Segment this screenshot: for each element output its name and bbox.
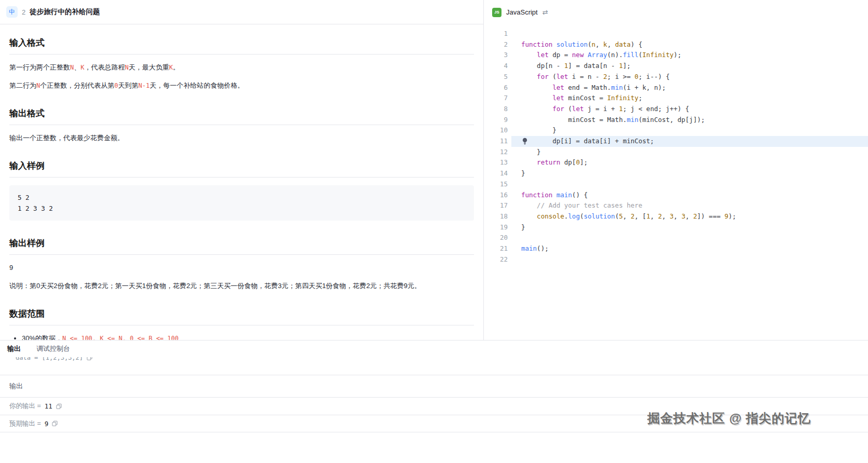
code-token: console <box>537 212 564 220</box>
editor-line[interactable]: 14} <box>484 168 868 179</box>
editor-line[interactable]: 20 <box>484 233 868 243</box>
code-token: Infinity <box>607 94 639 102</box>
editor-line[interactable]: 9 minCost = Math.min(minCost, dp[j]); <box>484 115 868 126</box>
code-token: 1 <box>619 105 623 113</box>
code-content <box>511 29 868 39</box>
console-tab-output[interactable]: 输出 <box>7 344 21 353</box>
code-token: } <box>521 126 557 134</box>
language-swap-icon[interactable]: ⇄ <box>542 8 548 16</box>
code-token: let <box>572 105 584 113</box>
copy-icon[interactable] <box>87 357 92 361</box>
editor-line[interactable]: 12 } <box>484 147 868 158</box>
app-root: { "problem": { "badge_text": "中", "numbe… <box>0 0 868 463</box>
code-content: dp[n - 1] = data[n - 1]; <box>511 61 868 72</box>
problem-content[interactable]: 输入格式第一行为两个正整数N、K，代表总路程N天，最大负重K。第二行为N个正整数… <box>0 24 483 340</box>
line-number: 2 <box>484 39 511 50</box>
line-number: 3 <box>484 50 511 61</box>
output-row-label: 预期输出 = <box>9 419 41 428</box>
code-token: ) { <box>631 40 643 48</box>
code-token: 0 <box>576 158 580 166</box>
code-content: } <box>511 147 868 158</box>
code-token: k <box>603 40 607 48</box>
lightbulb-icon[interactable] <box>522 138 528 145</box>
line-number: 7 <box>484 93 511 104</box>
text-run: 30%的数据， <box>22 334 62 340</box>
editor-language-label[interactable]: JavaScript <box>506 8 538 16</box>
code-token: solution <box>584 212 615 220</box>
editor-line[interactable]: 16function main() { <box>484 190 868 201</box>
editor-line[interactable]: 7 let minCost = Infinity; <box>484 93 868 104</box>
code-token <box>521 158 537 166</box>
code-token: ( <box>549 73 557 80</box>
console-tab-debug-console[interactable]: 调试控制台 <box>36 344 70 353</box>
code-token: 2 <box>603 73 607 80</box>
code-content: return dp[0]; <box>511 157 868 168</box>
problem-panel: 中 2 徒步旅行中的补给问题 输入格式第一行为两个正整数N、K，代表总路程N天，… <box>0 0 484 340</box>
code-token <box>521 51 537 59</box>
section-heading: 输入样例 <box>9 160 474 178</box>
text-run: N <= 100, K <= N, 0 <= B <= 100 <box>62 335 179 340</box>
code-token <box>552 191 557 199</box>
text-run: 第一行为两个正整数 <box>9 63 70 71</box>
code-token: ; <box>639 94 643 102</box>
editor-line[interactable]: 10 } <box>484 125 868 136</box>
editor-line[interactable]: 4 dp[n - 1] = data[n - 1]; <box>484 61 868 72</box>
editor-header: JS JavaScript ⇄ <box>484 0 868 24</box>
code-token: data <box>615 40 631 48</box>
copy-icon[interactable] <box>52 420 58 427</box>
editor-line[interactable]: 22 <box>484 254 868 265</box>
code-content: } <box>511 222 868 233</box>
copy-icon[interactable] <box>56 403 62 410</box>
line-number: 22 <box>484 254 511 265</box>
code-content: dp[i] = data[i] + minCost; <box>511 136 868 147</box>
output-row: 预期输出 =9 <box>0 415 868 432</box>
code-token: } <box>521 223 525 231</box>
code-token: return <box>537 158 560 166</box>
code-content: } <box>511 125 868 136</box>
main-split: 中 2 徒步旅行中的补给问题 输入格式第一行为两个正整数N、K，代表总路程N天，… <box>0 0 868 340</box>
code-token: ] = data[n - <box>568 62 619 70</box>
list-item: 30%的数据，N <= 100, K <= N, 0 <= B <= 100 <box>22 333 474 340</box>
code-token: 1 <box>619 62 623 70</box>
editor-line[interactable]: 6 let end = Math.min(i + k, n); <box>484 83 868 93</box>
editor-line[interactable]: 5 for (let i = n - 2; i >= 0; i--) { <box>484 72 868 83</box>
editor-line[interactable]: 3 let dp = new Array(n).fill(Infinity); <box>484 50 868 61</box>
editor-line[interactable]: 19} <box>484 222 868 233</box>
code-token: n <box>592 40 596 48</box>
editor-line[interactable]: 8 for (let j = i + 1; j < end; j++) { <box>484 104 868 115</box>
editor-line[interactable]: 13 return dp[0]; <box>484 157 868 168</box>
editor-line[interactable]: 18 console.log(solution(5, 2, [1, 2, 3, … <box>484 211 868 222</box>
code-content: for (let j = i + 1; j < end; j++) { <box>511 104 868 115</box>
paragraph: 9 <box>9 263 474 273</box>
editor-line[interactable]: 11 dp[i] = data[i] + minCost; <box>484 136 868 147</box>
code-content <box>511 179 868 190</box>
code-token: ]; <box>623 62 631 70</box>
line-number: 1 <box>484 29 511 39</box>
code-token: solution <box>557 40 588 48</box>
code-content: main(); <box>511 243 868 254</box>
code-token: let <box>537 51 549 59</box>
editor-line[interactable]: 21main(); <box>484 243 868 254</box>
code-token: } <box>521 169 525 177</box>
bullet-list: 30%的数据，N <= 100, K <= N, 0 <= B <= 10080… <box>9 333 474 340</box>
code-token: 2 <box>693 212 697 220</box>
code-content: minCost = Math.min(minCost, dp[j]); <box>511 115 868 126</box>
output-row-value: 11 <box>45 402 52 410</box>
text-run: N <box>125 64 128 71</box>
code-token <box>521 94 552 102</box>
code-token <box>521 212 537 220</box>
text-run: ，代表总路程 <box>84 63 125 71</box>
editor-line[interactable]: 2function solution(n, k, data) { <box>484 39 868 50</box>
line-number: 9 <box>484 115 511 126</box>
code-token: function <box>521 40 552 48</box>
code-token: dp[i] = data[i] + minCost; <box>521 137 654 145</box>
code-token <box>584 51 588 59</box>
code-token <box>521 84 552 91</box>
line-number: 16 <box>484 190 511 201</box>
editor-line[interactable]: 17 // Add your test cases here <box>484 200 868 211</box>
code-content: let end = Math.min(i + k, n); <box>511 83 868 93</box>
editor-line[interactable]: 15 <box>484 179 868 190</box>
code-editor[interactable]: 1 2function solution(n, k, data) {3 let … <box>484 24 868 340</box>
editor-line[interactable]: 1 <box>484 29 868 39</box>
paragraph: 第一行为两个正整数N、K，代表总路程N天，最大负重K。 <box>9 62 474 73</box>
